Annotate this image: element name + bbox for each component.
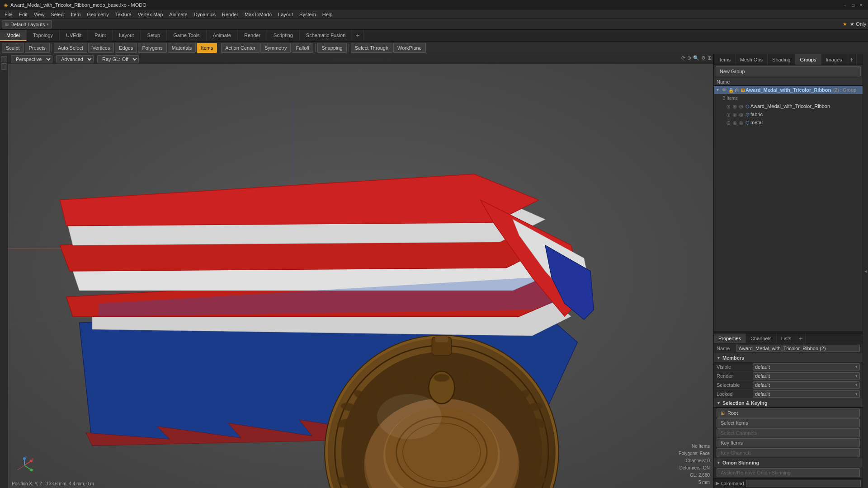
vis-icon-2[interactable]: ◎ [726, 112, 732, 117]
tab-game-tools[interactable]: Game Tools [167, 30, 207, 41]
sculpt-button[interactable]: Sculpt [2, 43, 24, 53]
left-strip-btn-2[interactable] [1, 63, 7, 70]
tab-topology[interactable]: Topology [27, 30, 60, 41]
viewport-render-dropdown[interactable]: Ray GL: Off [97, 55, 139, 63]
name-field-input[interactable]: Award_Medal_with_Tricolor_Ribbon (2) [736, 345, 860, 352]
root-button[interactable]: ⊞ Root [717, 408, 860, 418]
presets-button[interactable]: Presets [25, 43, 50, 53]
left-strip-btn-1[interactable] [1, 56, 7, 62]
props-tab-lists[interactable]: Lists [777, 333, 797, 343]
visible-dropdown[interactable]: default ▾ [753, 363, 860, 371]
lock-icon-child[interactable]: ◎ [733, 104, 738, 109]
tab-model[interactable]: Model [0, 30, 27, 41]
action-center-button[interactable]: Action Center [221, 43, 259, 53]
workplane-button[interactable]: WorkPlane [393, 43, 426, 53]
lock-icon-2[interactable]: ◎ [733, 112, 738, 117]
menubar-item-help[interactable]: Help [320, 11, 335, 18]
items-button[interactable]: Items [197, 43, 217, 53]
tab-add-button[interactable]: + [352, 30, 363, 41]
menubar-item-dynamics[interactable]: Dynamics [191, 11, 218, 18]
rp-tab-images[interactable]: Images [821, 54, 847, 65]
rp-tab-items[interactable]: Items [714, 54, 736, 65]
locked-dropdown[interactable]: default ▾ [753, 390, 860, 398]
rp-tab-mesh-ops[interactable]: Mesh Ops [736, 54, 768, 65]
viewport-icon-2[interactable]: ⊕ [687, 55, 691, 61]
selection-keying-section-header[interactable]: ▼ Selection & Keying [714, 399, 863, 408]
menubar-item-system[interactable]: System [297, 11, 319, 18]
lock-icon-3[interactable]: ◎ [733, 120, 738, 125]
menubar-item-select[interactable]: Select [48, 11, 67, 18]
tab-setup[interactable]: Setup [141, 30, 167, 41]
props-tab-properties[interactable]: Properties [714, 333, 746, 343]
rp-tab-add[interactable]: + [847, 54, 857, 65]
menubar-item-animate[interactable]: Animate [166, 11, 190, 18]
tab-animate[interactable]: Animate [207, 30, 238, 41]
maximize-button[interactable]: □ [850, 2, 856, 8]
tab-schematic-fusion[interactable]: Schematic Fusion [300, 30, 352, 41]
auto-select-button[interactable]: Auto Select [54, 43, 87, 53]
menubar-item-vertex-map[interactable]: Vertex Map [135, 11, 166, 18]
close-button[interactable]: × [858, 2, 864, 8]
tree-item-medal[interactable]: ◎ ◎ ◎ ⬡ Award_Medal_with_Tricolor_Ribbon [714, 102, 863, 110]
select-items-button[interactable]: Select Items [717, 418, 860, 427]
viewport-quality-dropdown[interactable]: Advanced [56, 55, 94, 63]
vis-icon-3[interactable]: ◎ [726, 120, 732, 125]
falloff-button[interactable]: Falloff [292, 43, 313, 53]
render-icon-child[interactable]: ◎ [739, 104, 745, 109]
viewport[interactable]: Perspective Advanced Ray GL: Off ⟳ ⊕ 🔍 ⚙… [8, 54, 713, 488]
members-section-header[interactable]: ▼ Members [714, 353, 863, 362]
tab-uvedit[interactable]: UVEdit [60, 30, 88, 41]
vertices-button[interactable]: Vertices [88, 43, 114, 53]
selectable-dropdown[interactable]: default ▾ [753, 381, 860, 389]
assign-onion-button[interactable]: Assign/Remove Onion Skinning [717, 468, 860, 477]
lock-toggle[interactable]: 🔒 [728, 88, 734, 93]
new-group-button[interactable]: New Group [716, 66, 861, 76]
menubar-item-geometry[interactable]: Geometry [84, 11, 111, 18]
snapping-button[interactable]: Snapping [317, 43, 347, 53]
menubar-item-edit[interactable]: Edit [16, 11, 30, 18]
command-input[interactable] [746, 480, 861, 487]
render-dropdown[interactable]: default ▾ [753, 372, 860, 380]
menubar-item-layout[interactable]: Layout [275, 11, 296, 18]
menubar-item-render[interactable]: Render [219, 11, 241, 18]
rp-tab-groups[interactable]: Groups [795, 54, 821, 65]
select-through-button[interactable]: Select Through [351, 43, 392, 53]
vis-icon[interactable]: ◎ [726, 104, 732, 109]
minimize-button[interactable]: − [842, 2, 848, 8]
tree-item-root[interactable]: ▼ 👁 🔒 ◎ ⊞ Award_Medal_with_Tricolor_Ribb… [714, 86, 863, 94]
render-toggle[interactable]: ◎ [735, 88, 740, 93]
tab-paint[interactable]: Paint [88, 30, 113, 41]
menubar-item-view[interactable]: View [31, 11, 47, 18]
viewport-icon-1[interactable]: ⟳ [681, 55, 685, 61]
materials-button[interactable]: Materials [168, 43, 196, 53]
menubar-item-item[interactable]: Item [68, 11, 83, 18]
tree-item-fabric[interactable]: ◎ ◎ ◎ ⬡ fabric [714, 110, 863, 118]
menubar-item-file[interactable]: File [2, 11, 15, 18]
props-tab-channels[interactable]: Channels [746, 333, 776, 343]
tab-render[interactable]: Render [238, 30, 267, 41]
edges-button[interactable]: Edges [115, 43, 137, 53]
viewport-mode-dropdown[interactable]: Perspective [11, 55, 52, 63]
select-channels-button[interactable]: Select Channels [717, 428, 860, 437]
symmetry-button[interactable]: Symmetry [260, 43, 291, 53]
tab-scripting[interactable]: Scripting [267, 30, 300, 41]
rp-tab-shading[interactable]: Shading [768, 54, 795, 65]
tab-layout[interactable]: Layout [113, 30, 141, 41]
viewport-icon-3[interactable]: 🔍 [693, 55, 699, 61]
viewport-icon-4[interactable]: ⚙ [701, 55, 706, 61]
viewport-icon-5[interactable]: ⊞ [708, 55, 712, 61]
onion-skinning-section-header[interactable]: ▼ Onion Skinning [714, 458, 863, 467]
render-icon-3[interactable]: ◎ [739, 120, 745, 125]
key-items-button[interactable]: Key Items [717, 438, 860, 447]
menubar-item-maxtomodo[interactable]: MaxToModo [242, 11, 274, 18]
side-collapse-button[interactable]: ◀ [863, 54, 868, 488]
key-channels-button[interactable]: Key Channels [717, 448, 860, 457]
menubar-item-texture[interactable]: Texture [113, 11, 134, 18]
props-tab-add[interactable]: + [796, 333, 806, 343]
tree-item-metal[interactable]: ◎ ◎ ◎ ⬡ metal [714, 118, 863, 127]
layouts-dropdown[interactable]: ⊞ Default Layouts ▾ [2, 20, 52, 28]
command-expand-icon[interactable]: ▶ [716, 480, 719, 486]
visibility-toggle[interactable]: 👁 [722, 88, 727, 93]
render-icon-2[interactable]: ◎ [739, 112, 745, 117]
polygons-button[interactable]: Polygons [138, 43, 166, 53]
